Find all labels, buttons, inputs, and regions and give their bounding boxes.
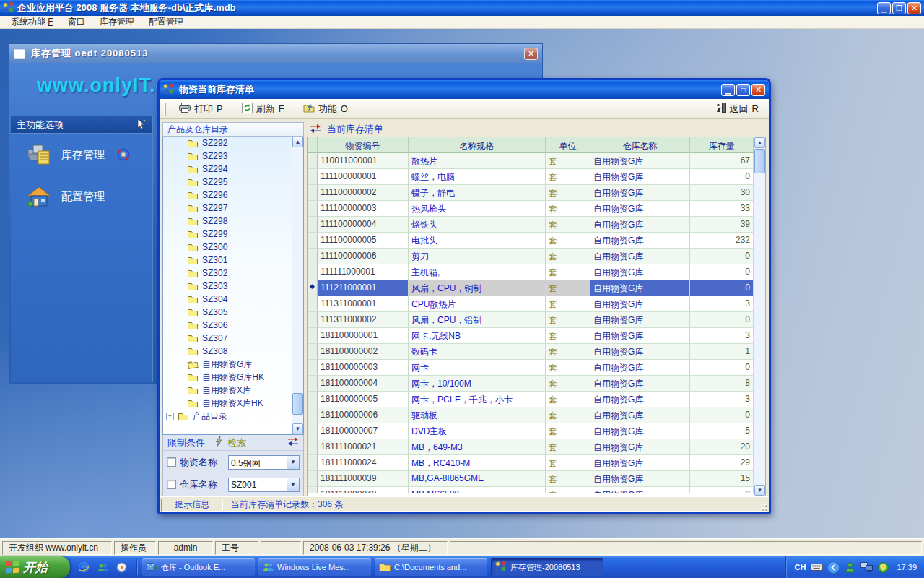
tree-item-自用物资G库[interactable]: 自用物资G库 [163, 358, 303, 371]
grid-column-header[interactable]: 库存量 [690, 137, 754, 153]
tree-item-SZ301[interactable]: SZ301 [163, 254, 303, 267]
ie-icon[interactable] [77, 561, 90, 574]
network-icon[interactable] [860, 561, 873, 574]
toolbar-功能-button[interactable]: 功能O [297, 100, 354, 118]
tree-item-SZ305[interactable]: SZ305 [163, 306, 303, 319]
back-button[interactable]: 返回R [710, 100, 764, 118]
tree-item-自用物资X库[interactable]: 自用物资X库 [163, 384, 303, 397]
table-row[interactable]: 181111000021MB，649-M3套自用物资G库20 [308, 439, 754, 455]
menu-item-1[interactable]: 窗口 [61, 15, 92, 29]
table-row[interactable]: ◆111211000001风扇，CPU，铜制套自用物资G库0 [308, 280, 754, 296]
scroll-up-icon[interactable]: ▲ [292, 137, 303, 147]
stock-list-titlebar[interactable]: 物资当前库存清单 ▁ □ ✕ [160, 80, 769, 99]
close-button[interactable]: ✕ [907, 2, 921, 14]
update-shield-icon[interactable] [877, 561, 889, 574]
search-button[interactable]: 检索 [227, 436, 246, 449]
menu-item-0[interactable]: 系统功能 F [4, 15, 60, 29]
person-icon[interactable] [844, 561, 856, 574]
table-row[interactable]: 111311000001CPU散热片套自用物资G库3 [308, 296, 754, 312]
sidebar-item-1[interactable]: 配置管理 [11, 176, 152, 217]
inventory-window-titlebar[interactable]: 库存管理 oedt 20080513 ✕ [9, 44, 542, 63]
resize-grip[interactable] [759, 502, 767, 511]
grid-scrollbar[interactable]: ▲ ▼ [754, 137, 765, 496]
sync-arrows-icon[interactable] [287, 437, 299, 448]
minimize-button[interactable]: ▁ [721, 84, 735, 96]
grid-column-header[interactable]: 名称规格 [409, 137, 546, 153]
toolbar-grip[interactable] [164, 103, 166, 116]
tree-item-SZ292[interactable]: SZ292 [163, 137, 303, 150]
minimize-button[interactable]: ▁ [877, 2, 891, 14]
tree-item-SZ297[interactable]: SZ297 [163, 202, 303, 215]
tree-item-SZ294[interactable]: SZ294 [163, 163, 303, 176]
task-button-1[interactable]: Windows Live Mes... [258, 558, 371, 576]
close-button[interactable]: ✕ [751, 84, 765, 96]
chevron-left-icon[interactable] [827, 561, 840, 574]
start-button[interactable]: 开始 [0, 556, 70, 578]
table-row[interactable]: 111100000001螺丝，电脑套自用物资G库0 [308, 169, 754, 185]
table-row[interactable]: 181100000005网卡，PCI-E，千兆，小卡套自用物资G库3 [308, 392, 754, 407]
filter-combobox[interactable]: SZ001▼ [228, 478, 300, 492]
scrollbar-thumb[interactable] [292, 393, 303, 415]
tree-item-产品目录[interactable]: +产品目录 [163, 410, 303, 423]
scrollbar-thumb[interactable] [754, 149, 765, 173]
tree-item-自用物资X库HK[interactable]: 自用物资X库HK [163, 397, 303, 410]
grid-column-header[interactable]: 仓库名称 [590, 137, 690, 153]
inventory-window-close-icon[interactable]: ✕ [524, 48, 538, 60]
chevron-down-icon[interactable]: ▼ [287, 456, 299, 469]
maximize-button[interactable]: □ [736, 84, 750, 96]
table-row[interactable]: 181100000003网卡套自用物资G库0 [308, 360, 754, 376]
tree-item-SZ295[interactable]: SZ295 [163, 176, 303, 189]
tree-item-SZ302[interactable]: SZ302 [163, 267, 303, 280]
sidebar-item-0[interactable]: 库存管理 [11, 134, 152, 176]
tree-item-SZ307[interactable]: SZ307 [163, 332, 303, 345]
tree-scrollbar[interactable]: ▲ ▼ [292, 137, 303, 434]
task-button-3[interactable]: 库存管理-20080513 [491, 558, 603, 576]
restore-button[interactable]: ❐ [892, 2, 906, 14]
tree-item-SZ299[interactable]: SZ299 [163, 228, 303, 241]
scroll-down-icon[interactable]: ▼ [292, 423, 303, 434]
ime-indicator[interactable]: CH [795, 563, 806, 571]
checkbox[interactable] [167, 457, 176, 467]
tree-item-SZ303[interactable]: SZ303 [163, 280, 303, 293]
table-row[interactable]: 181100000002数码卡套自用物资G库1 [308, 344, 754, 360]
checkbox[interactable] [167, 480, 176, 489]
toolbar-刷新-button[interactable]: 刷新F [236, 100, 290, 118]
tree-item-自用物资G库HK[interactable]: 自用物资G库HK [163, 371, 303, 384]
table-row[interactable]: 111100000002镊子，静电套自用物资G库30 [308, 185, 754, 201]
scroll-down-icon[interactable]: ▼ [754, 485, 765, 496]
tree-item-SZ293[interactable]: SZ293 [163, 150, 303, 163]
table-row[interactable]: 110011000001散热片套自用物资G库67 [308, 153, 754, 169]
tree-item-SZ296[interactable]: SZ296 [163, 189, 303, 202]
table-row[interactable]: 111311000002风扇，CPU，铝制套自用物资G库0 [308, 312, 754, 328]
tree-item-SZ304[interactable]: SZ304 [163, 293, 303, 306]
table-row[interactable]: 181111000024MB，RC410-M套自用物资G库29 [308, 455, 754, 471]
tree-item-SZ300[interactable]: SZ300 [163, 241, 303, 254]
scroll-up-icon[interactable]: ▲ [754, 137, 765, 148]
menu-item-3[interactable]: 配置管理 [142, 15, 190, 29]
table-row[interactable]: 111100000005电批头套自用物资G库232 [308, 233, 754, 249]
grid-column-header[interactable]: 物资编号 [318, 137, 409, 153]
tree-item-SZ306[interactable]: SZ306 [163, 319, 303, 332]
grid-column-header[interactable]: 单位 [546, 137, 590, 153]
expand-plus-icon[interactable]: + [166, 413, 174, 420]
table-row[interactable]: 111100000004烙铁头套自用物资G库39 [308, 217, 754, 233]
toolbar-打印-button[interactable]: 打印P [173, 100, 229, 118]
table-row[interactable]: 181111000039MB,GA-8I865GME套自用物资G库15 [308, 471, 754, 487]
keyboard-icon[interactable] [811, 561, 823, 574]
filter-combobox[interactable]: 0.5钢网▼ [228, 455, 300, 470]
table-row[interactable]: 111100000006剪刀套自用物资G库0 [308, 249, 754, 264]
messenger-quick-icon[interactable] [96, 561, 109, 574]
tree-item-SZ298[interactable]: SZ298 [163, 215, 303, 228]
media-quick-icon[interactable] [115, 561, 128, 574]
table-row[interactable]: 181100000004网卡，10/100M套自用物资G库8 [308, 376, 754, 392]
table-row[interactable]: 111100000003热风枪头套自用物资G库33 [308, 201, 754, 217]
chevron-down-icon[interactable]: ▼ [287, 478, 299, 491]
table-row[interactable]: 181100000006驱动板套自用物资G库0 [308, 407, 754, 423]
table-row[interactable]: 181100000001网卡,无线NB套自用物资G库3 [308, 328, 754, 344]
table-row[interactable]: 181100000007DVD主板套自用物资G库5 [308, 423, 754, 439]
table-row[interactable]: 111111000001主机箱,套自用物资G库0 [308, 264, 754, 280]
menu-item-2[interactable]: 库存管理 [93, 15, 141, 29]
table-row[interactable]: 181111000040MB,MS6580套自用物资G库0 [308, 487, 754, 493]
task-button-0[interactable]: 仓库 - Outlook E... [142, 558, 255, 576]
task-button-2[interactable]: C:\Documents and... [375, 558, 487, 576]
